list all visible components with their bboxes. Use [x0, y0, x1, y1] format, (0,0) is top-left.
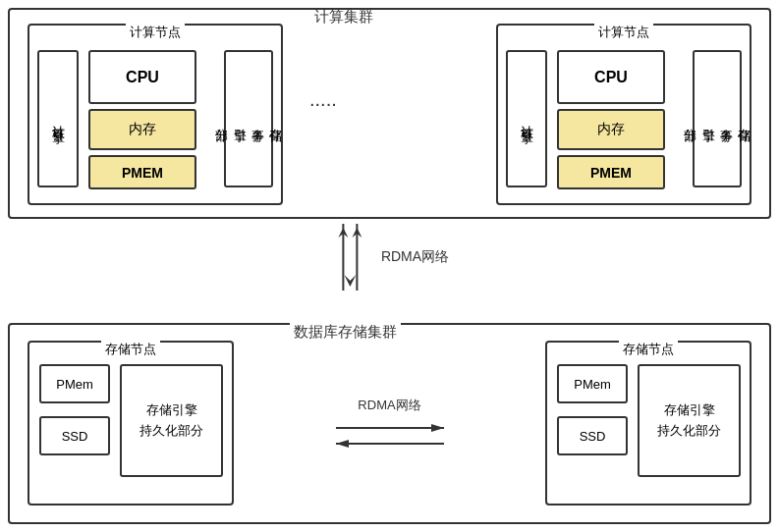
- left-pmem-text: PMEM: [122, 165, 163, 181]
- right-neicun-box: 内存: [557, 109, 665, 150]
- svg-marker-4: [344, 275, 356, 287]
- right-engine-persist-box: 存储引擎 持久化部分: [638, 364, 741, 477]
- right-cpu-box: CPU: [557, 50, 665, 104]
- rdma-horizontal-section: RDMA网络: [331, 397, 449, 452]
- right-cpu-text: CPU: [594, 69, 628, 86]
- left-neicun-text: 内存: [129, 121, 156, 138]
- right-pmem-text: PMEM: [590, 165, 632, 181]
- left-node-label: 计算节点: [126, 24, 185, 41]
- left-persist-text: 持久化部分: [139, 421, 203, 442]
- rdma-vertical-arrow-svg: [330, 224, 369, 291]
- right-pmem-storage-text: PMem: [574, 377, 611, 392]
- storage-cluster-label: 数据库存储集群: [290, 323, 401, 342]
- dots: .....: [309, 88, 337, 111]
- left-ssd-box: SSD: [39, 416, 110, 455]
- right-pmem-box: PMEM: [557, 155, 665, 189]
- left-pmem-storage-box: PMem: [39, 364, 110, 403]
- right-ssd-box: SSD: [557, 416, 628, 455]
- left-storage-right-box: 存储 事务 引擎 部分: [224, 50, 273, 187]
- right-compute-engine-text: 计算引擎: [518, 115, 535, 123]
- left-compute-engine-text: 计算引擎: [49, 115, 67, 123]
- left-engine-persist-box: 存储引擎 持久化部分: [120, 364, 223, 477]
- left-engine-persist-text: 存储引擎 持久化部分: [139, 400, 203, 442]
- left-engine-text: 存储引擎: [139, 400, 203, 421]
- right-storage-right-box: 存储 事务 引擎 部分: [693, 50, 742, 187]
- left-compute-engine-box: 计算引擎: [37, 50, 79, 187]
- left-pmem-box: PMEM: [88, 155, 196, 189]
- storage-node-right: 存储节点 PMem SSD 存储引擎 持久化部分: [545, 341, 751, 505]
- left-pmem-storage-text: PMem: [56, 377, 93, 392]
- rdma-vertical-section: RDMA网络: [330, 224, 449, 291]
- svg-marker-8: [336, 440, 349, 448]
- rdma-top-label: RDMA网络: [381, 248, 449, 266]
- left-cpu-box: CPU: [88, 50, 196, 104]
- rdma-arrow: [330, 224, 369, 291]
- right-ssd-text: SSD: [580, 429, 606, 444]
- right-compute-engine-box: 计算引擎: [506, 50, 547, 187]
- right-engine-persist-text: 存储引擎 持久化部分: [657, 400, 721, 442]
- compute-cluster-label: 计算集群: [314, 8, 373, 27]
- right-persist-text: 持久化部分: [657, 421, 721, 442]
- compute-node-right: 计算节点 计算引擎 CPU 内存 PMEM 存储 事务: [496, 24, 751, 205]
- svg-marker-6: [431, 424, 444, 432]
- compute-node-left: 计算节点 计算引擎 CPU 内存 PMEM 存储 事务: [28, 24, 283, 205]
- compute-cluster: 计算集群 ..... 计算节点 计算引擎 CPU 内存 PMEM: [8, 8, 771, 219]
- rdma-bottom-label: RDMA网络: [358, 397, 420, 414]
- right-engine-text: 存储引擎: [657, 400, 721, 421]
- right-pmem-storage-box: PMem: [557, 364, 628, 403]
- left-cpu-text: CPU: [126, 69, 159, 86]
- main-container: 计算集群 ..... 计算节点 计算引擎 CPU 内存 PMEM: [0, 0, 779, 532]
- left-storage-node-label: 存储节点: [101, 341, 160, 358]
- storage-node-left: 存储节点 PMem SSD 存储引擎 持久化部分: [28, 341, 234, 505]
- storage-cluster: 数据库存储集群 存储节点 PMem SSD 存储引擎 持久化部分 RDMA网络: [8, 323, 771, 524]
- right-node-label: 计算节点: [594, 24, 653, 41]
- left-neicun-box: 内存: [88, 109, 196, 150]
- left-ssd-text: SSD: [62, 429, 88, 444]
- right-storage-node-label: 存储节点: [619, 341, 678, 358]
- right-neicun-text: 内存: [597, 121, 625, 138]
- rdma-horizontal-arrow-svg: [331, 420, 449, 452]
